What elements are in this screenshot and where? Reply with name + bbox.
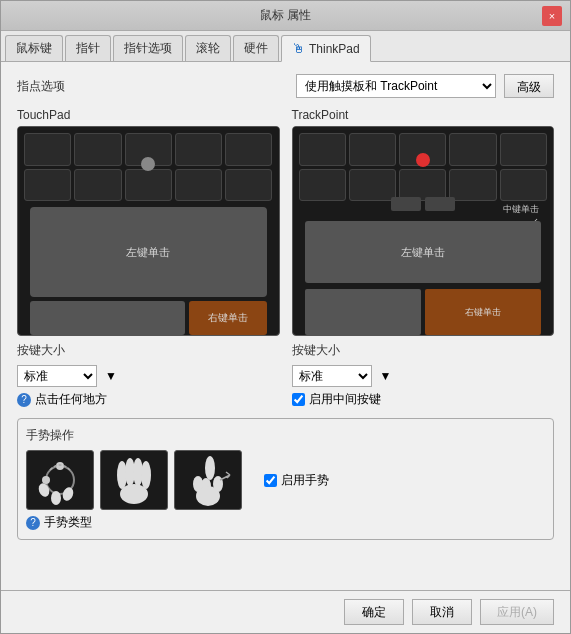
svg-point-5 (61, 486, 75, 503)
trackpoint-section: TrackPoint (292, 108, 555, 408)
trackpoint-top-buttons (391, 197, 455, 211)
gesture-section: 手势操作 (17, 418, 554, 540)
trackpoint-middle-small-right (425, 197, 455, 211)
trackpoint-bottom-buttons: 右键单击 (305, 289, 542, 335)
touchpad-size-row: 按键大小 (17, 342, 280, 359)
gesture-images (26, 450, 242, 510)
window-title: 鼠标 属性 (29, 7, 542, 24)
trackpoint-left-label: 左键单击 (401, 245, 445, 260)
cancel-button[interactable]: 取消 (412, 599, 472, 625)
trackpoint-size-select[interactable]: 标准 (292, 365, 372, 387)
ok-button[interactable]: 确定 (344, 599, 404, 625)
pointer-options-row: 指点选项 使用触摸板和 TrackPoint 高级 (17, 74, 554, 98)
gesture-row: 启用手势 (26, 450, 545, 510)
close-button[interactable]: × (542, 6, 562, 26)
tkp-key (299, 133, 346, 166)
help-icon-touchpad[interactable]: ? (17, 393, 31, 407)
touchpad-left-label: 左键单击 (126, 245, 170, 260)
dropdown-arrow-tp: ▼ (105, 369, 117, 383)
trackpoint-middle-label: 中键单击 (503, 203, 539, 216)
enable-middle-checkbox[interactable] (292, 393, 305, 406)
svg-point-4 (51, 491, 61, 505)
help-icon-gesture[interactable]: ? (26, 516, 40, 530)
trackpoint-right-label: 右键单击 (465, 306, 501, 319)
pointer-mode-select[interactable]: 使用触摸板和 TrackPoint (296, 74, 496, 98)
pointer-options-controls: 使用触摸板和 TrackPoint 高级 (296, 74, 554, 98)
main-window: 鼠标 属性 × 鼠标键 指针 指针选项 滚轮 硬件 🖱 ThinkPad 指点选… (0, 0, 571, 634)
trackpoint-preview: 中键单击 ↙ 左键单击 右键单击 (292, 126, 555, 336)
gesture-svg-3 (178, 450, 238, 510)
gesture-title: 手势操作 (26, 427, 545, 444)
gesture-image-3 (174, 450, 242, 510)
tab-pointer[interactable]: 指针 (65, 35, 111, 61)
tp-key (225, 169, 272, 202)
trackpoint-left-btn (305, 289, 421, 335)
tp-key (24, 133, 71, 166)
dropdown-arrow-tkp: ▼ (380, 369, 392, 383)
touchpad-buttons: 右键单击 (30, 301, 267, 335)
tab-hardware[interactable]: 硬件 (233, 35, 279, 61)
advanced-button[interactable]: 高级 (504, 74, 554, 98)
svg-point-2 (42, 476, 50, 484)
touchpad-title: TouchPad (17, 108, 280, 122)
tp-key (125, 169, 172, 202)
gesture-enable-checkbox[interactable] (264, 474, 277, 487)
svg-point-10 (120, 484, 148, 504)
trackpoint-keyboard (293, 127, 554, 207)
enable-middle-row: 启用中间按键 (292, 391, 555, 408)
trackpoint-surface-area: 中键单击 ↙ 左键单击 (305, 197, 542, 283)
trackpoint-title: TrackPoint (292, 108, 555, 122)
tp-key (74, 169, 121, 202)
touchpad-size-select-row: 标准 ▼ (17, 365, 280, 387)
svg-point-3 (37, 482, 51, 499)
gesture-svg-1 (30, 450, 90, 510)
touchpad-right-label: 右键单击 (208, 311, 248, 325)
trackpoint-middle-small-left (391, 197, 421, 211)
apply-button[interactable]: 应用(A) (480, 599, 554, 625)
touchpad-size-label: 按键大小 (17, 342, 65, 359)
trackpoint-size-select-row: 标准 ▼ (292, 365, 555, 387)
trackpoint-dot (416, 153, 430, 167)
gesture-enable-label: 启用手势 (281, 472, 329, 489)
click-anywhere-row: ? 点击任何地方 (17, 391, 280, 408)
content-area: 指点选项 使用触摸板和 TrackPoint 高级 TouchPad (1, 62, 570, 590)
click-anywhere-label: 点击任何地方 (35, 391, 107, 408)
tkp-key (449, 133, 496, 166)
pointer-options-label: 指点选项 (17, 78, 65, 95)
touchpad-dot (141, 157, 155, 171)
trackpoint-size-row: 按键大小 (292, 342, 555, 359)
tp-key (175, 169, 222, 202)
tp-key (225, 133, 272, 166)
tp-key (24, 169, 71, 202)
tp-key (175, 133, 222, 166)
trackpoint-btn-row: 右键单击 (305, 289, 542, 335)
tab-mouse-keys[interactable]: 鼠标键 (5, 35, 63, 61)
bottom-bar: 确定 取消 应用(A) (1, 590, 570, 633)
trackpoint-main-surface: 左键单击 (305, 221, 542, 283)
thinkpad-icon: 🖱 (292, 41, 305, 56)
svg-point-11 (205, 456, 215, 480)
title-bar: 鼠标 属性 × (1, 1, 570, 31)
gesture-image-2 (100, 450, 168, 510)
tab-pointer-options[interactable]: 指针选项 (113, 35, 183, 61)
touchpad-size-select[interactable]: 标准 (17, 365, 97, 387)
gesture-type-row: ? 手势类型 (26, 514, 545, 531)
tab-scroll[interactable]: 滚轮 (185, 35, 231, 61)
touchpad-left-btn (30, 301, 185, 335)
svg-point-9 (141, 461, 151, 489)
tp-key (74, 133, 121, 166)
touchpad-section: TouchPad (17, 108, 280, 408)
device-columns: TouchPad (17, 108, 554, 408)
trackpoint-right-btn: 右键单击 (425, 289, 541, 335)
tkp-key (500, 133, 547, 166)
tkp-key (349, 133, 396, 166)
touchpad-preview: 左键单击 右键单击 (17, 126, 280, 336)
svg-point-15 (196, 486, 220, 506)
trackpoint-size-label: 按键大小 (292, 342, 340, 359)
gesture-controls: 启用手势 (264, 472, 329, 489)
gesture-type-label: 手势类型 (44, 514, 92, 531)
enable-middle-label: 启用中间按键 (309, 391, 381, 408)
tab-thinkpad[interactable]: 🖱 ThinkPad (281, 35, 371, 62)
gesture-image-1 (26, 450, 94, 510)
gesture-enable-row: 启用手势 (264, 472, 329, 489)
